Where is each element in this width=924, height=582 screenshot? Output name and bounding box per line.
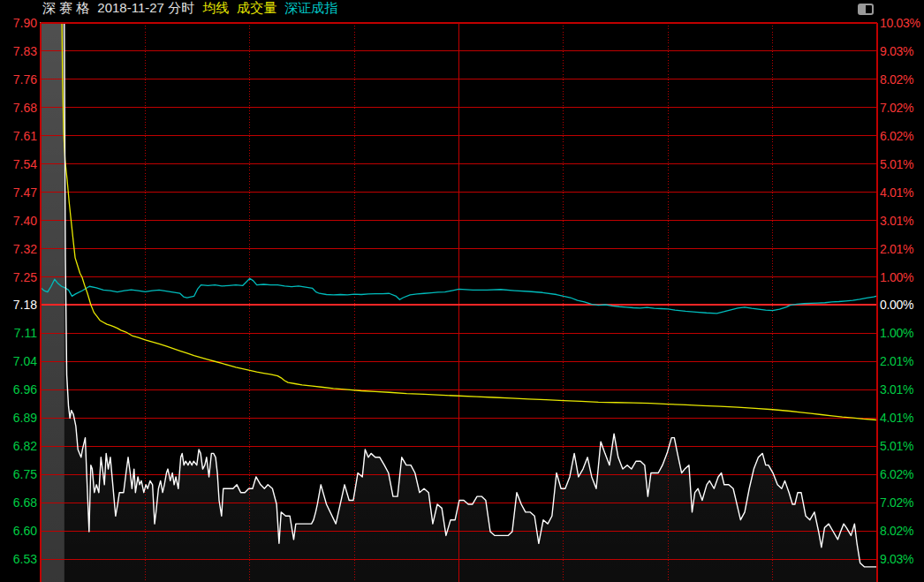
stock-name: 深 赛 格 bbox=[42, 0, 89, 17]
price-axis-label: 6.82 bbox=[0, 439, 37, 453]
percent-axis-label: 8.02% bbox=[880, 524, 924, 538]
percent-axis-label: 1.00% bbox=[880, 326, 924, 340]
percent-axis-label: 6.02% bbox=[880, 467, 924, 481]
panel-toggle-icon[interactable] bbox=[858, 4, 874, 15]
price-axis-label: 7.40 bbox=[0, 214, 37, 228]
intraday-chart-plot[interactable] bbox=[0, 0, 924, 582]
price-axis-label: 6.53 bbox=[0, 552, 37, 566]
percent-axis-label: 10.03% bbox=[880, 16, 924, 30]
percent-axis-label: 4.01% bbox=[880, 185, 924, 200]
percent-axis-label: 3.01% bbox=[880, 214, 924, 228]
price-axis-label: 7.54 bbox=[0, 157, 37, 171]
price-axis-label: 7.90 bbox=[0, 16, 37, 30]
price-axis-label: 7.61 bbox=[0, 129, 37, 143]
percent-axis-label: 9.03% bbox=[880, 552, 924, 566]
percent-axis-label: 4.01% bbox=[880, 411, 924, 425]
volume-toggle[interactable]: 成交量 bbox=[237, 0, 276, 17]
percent-axis-label: 5.01% bbox=[880, 439, 924, 453]
price-axis-label: 7.68 bbox=[0, 101, 37, 115]
percent-axis-label: 0.00% bbox=[880, 298, 924, 312]
price-axis-label: 7.18 bbox=[0, 298, 37, 312]
price-axis-label: 7.32 bbox=[0, 242, 37, 256]
ma-line-toggle[interactable]: 均线 bbox=[202, 0, 229, 17]
price-axis-label: 7.47 bbox=[0, 185, 37, 200]
price-axis-label: 6.75 bbox=[0, 467, 37, 481]
chart-date-label: 2018-11-27 分时 bbox=[97, 0, 194, 17]
intraday-chart-window: 深 赛 格 2018-11-27 分时 均线 成交量 深证成指 7.907.83… bbox=[0, 0, 924, 582]
percent-axis-label: 5.01% bbox=[880, 157, 924, 171]
price-axis-label: 6.68 bbox=[0, 495, 37, 510]
percent-axis-label: 9.03% bbox=[880, 44, 924, 58]
price-axis-label: 7.04 bbox=[0, 354, 37, 368]
price-axis-label: 6.96 bbox=[0, 382, 37, 397]
percent-axis-label: 1.00% bbox=[880, 270, 924, 284]
index-overlay-toggle[interactable]: 深证成指 bbox=[284, 0, 337, 17]
percent-axis-label: 7.02% bbox=[880, 495, 924, 510]
price-axis-label: 7.11 bbox=[0, 326, 37, 340]
percent-axis-label: 8.02% bbox=[880, 72, 924, 87]
price-axis-label: 7.76 bbox=[0, 72, 37, 87]
percent-axis-label: 2.01% bbox=[880, 242, 924, 256]
price-axis-label: 6.89 bbox=[0, 411, 37, 425]
chart-header: 深 赛 格 2018-11-27 分时 均线 成交量 深证成指 bbox=[42, 0, 337, 16]
percent-axis-label: 3.01% bbox=[880, 382, 924, 397]
price-axis-label: 6.60 bbox=[0, 524, 37, 538]
percent-axis-label: 6.02% bbox=[880, 129, 924, 143]
percent-axis-label: 7.02% bbox=[880, 101, 924, 115]
price-axis-label: 7.25 bbox=[0, 270, 37, 284]
price-axis-label: 7.83 bbox=[0, 44, 37, 58]
percent-axis-label: 2.01% bbox=[880, 354, 924, 368]
